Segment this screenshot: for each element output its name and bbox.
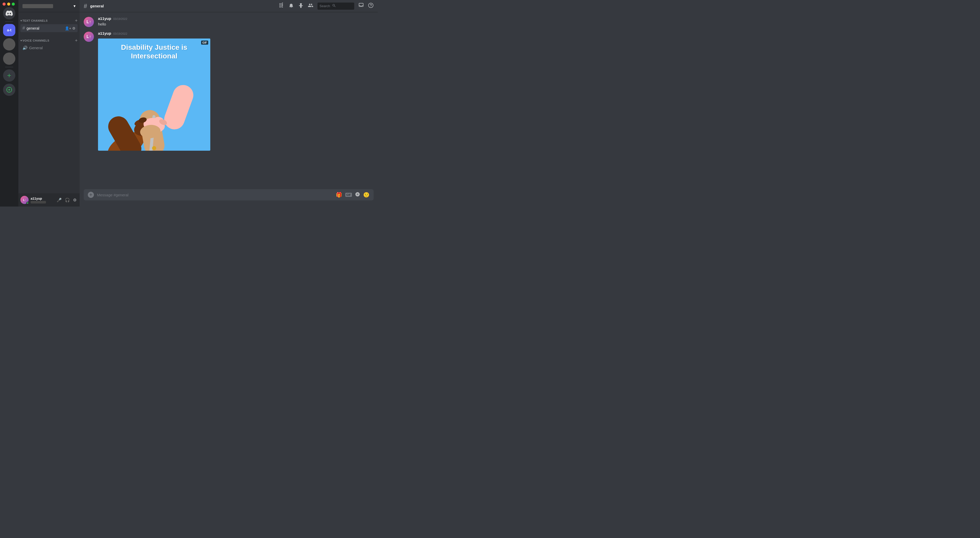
svg-rect-2 [359,3,363,6]
members-icon[interactable] [308,3,313,10]
server-icon-at[interactable]: a-t [3,24,15,36]
user-panel-actions: 🎤 🎧 ⚙ [56,197,78,203]
server-divider-2 [5,67,13,67]
avatar-a11yup-2: L↑ [84,32,94,42]
svg-rect-7 [161,82,196,132]
messages-container: L↑ a11yup 03/19/2022 hello L↑ a11yup 03/… [80,12,378,189]
message-input-area: + Message #general 🎁 GIF 🙂 [80,189,378,206]
hash-icon: # [22,25,25,31]
message-group-2: L↑ a11yup 03/19/2022 Disability Justice … [84,31,374,152]
user-panel: L↑ a11yup 🎤 🎧 ⚙ [18,193,80,206]
window-close-button[interactable] [3,3,6,6]
pin-icon[interactable] [298,3,304,10]
window-maximize-button[interactable] [12,3,15,6]
message-content-2: a11yup 03/19/2022 Disability Justice is … [98,31,374,152]
message-author-1: a11yup [98,16,111,21]
add-server-button[interactable]: + [3,69,15,82]
channel-name-general-voice: General [29,46,76,50]
avatar-icon: L↑ [86,20,91,24]
svg-point-4 [371,6,371,7]
channel-sidebar: ▾ ▾ TEXT CHANNELS + # general 👤+ ⚙ ▾ VOI… [18,0,80,206]
emoji-icon[interactable]: 🙂 [363,192,369,198]
channel-item-general-voice[interactable]: 🔊 General [21,44,78,51]
user-avatar: L↑ [21,196,29,204]
channel-header-name: general [90,4,103,8]
gif-container[interactable]: Disability Justice is Intersectional [98,38,210,151]
gif-text-line1: Disability Justice is [98,43,210,52]
server-name-bar [22,4,53,8]
channel-item-general-text[interactable]: # general 👤+ ⚙ [21,24,78,32]
online-status-dot [26,202,29,204]
main-content: # general [80,0,378,206]
channel-actions: 👤+ ⚙ [65,26,76,30]
user-info: a11yup [30,197,54,203]
hashtag-grid-icon[interactable] [279,3,284,10]
message-content-1: a11yup 03/19/2022 hello [98,16,374,27]
user-settings-icon[interactable]: ⚙ [72,197,78,203]
chevron-down-icon: ▾ [73,3,76,8]
settings-icon[interactable]: ⚙ [72,26,76,30]
message-input-bar: + Message #general 🎁 GIF 🙂 [84,189,374,200]
speaker-icon: 🔊 [22,45,27,50]
avatar-initials: L↑ [23,198,26,202]
server-sidebar: a-t + [0,0,18,206]
headphones-icon[interactable]: 🎧 [64,197,71,203]
search-bar[interactable]: Search [318,3,354,10]
server-header[interactable]: ▾ [18,0,80,12]
window-minimize-button[interactable] [7,3,10,6]
message-timestamp-2: 03/19/2022 [113,32,127,35]
discriminator-bar [30,201,46,203]
channel-header-hash-icon: # [84,3,87,10]
input-actions: 🎁 GIF 🙂 [336,192,369,198]
username-display: a11yup [30,197,54,200]
help-icon[interactable] [368,3,374,10]
add-voice-channel-button[interactable]: + [75,38,78,43]
server-icon-gray1[interactable] [3,38,15,51]
message-header-1: a11yup 03/19/2022 [98,16,374,21]
text-channels-section-header[interactable]: ▾ TEXT CHANNELS + [18,14,80,24]
text-channels-label: TEXT CHANNELS [22,19,75,22]
message-group-1: L↑ a11yup 03/19/2022 hello [84,16,374,27]
inbox-icon[interactable] [358,3,364,10]
discover-button[interactable] [3,84,15,96]
sticker-icon[interactable] [355,192,360,198]
message-timestamp-1: 03/19/2022 [113,17,127,21]
message-header-2: a11yup 03/19/2022 [98,31,374,35]
message-input-placeholder[interactable]: Message #general [97,193,333,197]
server-divider [5,21,13,22]
add-text-channel-button[interactable]: + [75,18,78,23]
header-actions: Search [279,3,374,10]
add-content-button[interactable]: + [88,192,94,198]
avatar-icon-2: L↑ [86,35,91,39]
server-icon-gray2[interactable] [3,52,15,65]
microphone-icon[interactable]: 🎤 [56,197,63,203]
channel-header: # general [80,0,378,12]
message-text-1: hello [98,22,374,27]
channel-name-general: general [27,26,63,30]
server-icon-at-label: a-t [7,28,11,32]
search-placeholder-text: Search [320,4,330,8]
svg-point-10 [152,146,156,150]
gif-text-line2: Intersectional [98,52,210,60]
add-member-icon[interactable]: 👤+ [65,26,71,30]
gif-image: Disability Justice is Intersectional [98,38,210,151]
gif-button[interactable]: GIF [345,193,352,197]
notification-bell-icon[interactable] [288,3,294,10]
discord-home-button[interactable] [3,7,15,19]
add-server-icon: + [7,72,11,79]
voice-channels-label: VOICE CHANNELS [22,39,75,42]
gift-icon[interactable]: 🎁 [336,192,342,198]
message-author-2: a11yup [98,31,111,35]
svg-point-1 [8,89,10,90]
voice-channels-section-header[interactable]: ▾ VOICE CHANNELS + [18,34,80,44]
channel-list: ▾ TEXT CHANNELS + # general 👤+ ⚙ ▾ VOICE… [18,12,80,193]
search-icon [332,3,336,9]
avatar-a11yup-1: L↑ [84,17,94,27]
